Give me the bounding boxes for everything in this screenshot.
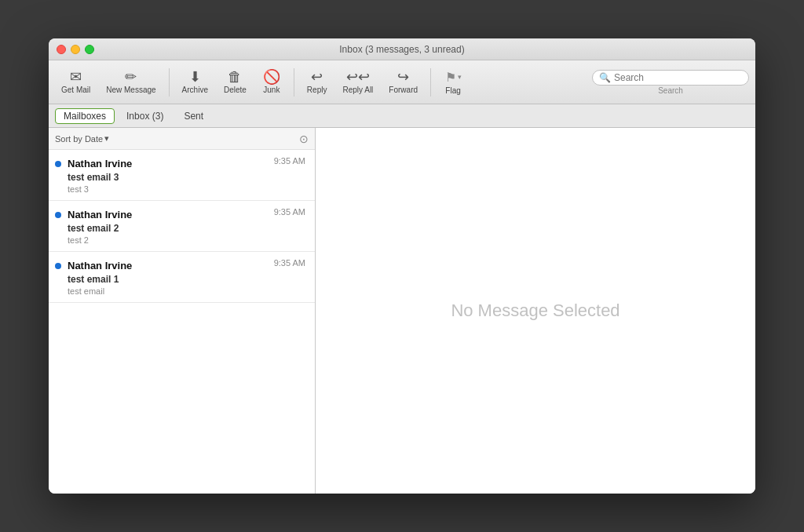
message-time: 9:35 AM bbox=[274, 156, 305, 166]
archive-button[interactable]: ⬇ Archive bbox=[176, 67, 214, 97]
message-header: Nathan Irvine 9:35 AM bbox=[68, 207, 305, 221]
forward-icon: ↪ bbox=[397, 70, 409, 84]
message-time: 9:35 AM bbox=[274, 258, 305, 268]
sort-chevron-icon: ▾ bbox=[104, 133, 109, 144]
tab-inbox[interactable]: Inbox (3) bbox=[118, 108, 172, 124]
message-preview: test email bbox=[68, 286, 305, 296]
delete-button[interactable]: 🗑 Delete bbox=[217, 67, 253, 97]
toolbar-divider-1 bbox=[169, 68, 170, 97]
list-item[interactable]: Nathan Irvine 9:35 AM test email 2 test … bbox=[49, 201, 315, 252]
tab-sent-label: Sent bbox=[184, 111, 203, 122]
search-box: 🔍 bbox=[592, 70, 749, 86]
reply-icon: ↩ bbox=[311, 70, 323, 84]
close-button[interactable] bbox=[57, 45, 66, 54]
reply-all-icon: ↩↩ bbox=[346, 70, 370, 84]
flag-button[interactable]: ⚑ ▾ Flag bbox=[437, 67, 469, 98]
new-message-icon: ✏ bbox=[125, 70, 137, 84]
toolbar-divider-2 bbox=[294, 68, 294, 97]
flag-label: Flag bbox=[445, 86, 460, 95]
no-message-label: No Message Selected bbox=[451, 301, 619, 321]
archive-icon: ⬇ bbox=[189, 70, 201, 84]
get-mail-button[interactable]: ✉ Get Mail bbox=[55, 67, 97, 97]
message-time: 9:35 AM bbox=[274, 207, 305, 217]
flag-group: ⚑ ▾ Flag bbox=[437, 67, 469, 98]
traffic-lights bbox=[57, 45, 94, 54]
new-message-label: New Message bbox=[106, 86, 155, 94]
message-sender: Nathan Irvine bbox=[68, 158, 132, 169]
window-title: Inbox (3 messages, 3 unread) bbox=[339, 44, 464, 55]
message-sender: Nathan Irvine bbox=[68, 260, 132, 271]
tab-inbox-label: Inbox (3) bbox=[126, 111, 163, 122]
search-label: Search bbox=[658, 86, 683, 95]
reply-label: Reply bbox=[307, 86, 327, 94]
flag-chevron-icon: ▾ bbox=[458, 73, 462, 81]
new-message-button[interactable]: ✏ New Message bbox=[100, 67, 162, 97]
toolbar: ✉ Get Mail ✏ New Message ⬇ Archive 🗑 Del… bbox=[49, 60, 755, 104]
delete-icon: 🗑 bbox=[228, 70, 242, 84]
get-mail-label: Get Mail bbox=[61, 86, 90, 94]
filter-icon[interactable]: ⊙ bbox=[299, 133, 309, 145]
junk-button[interactable]: 🚫 Junk bbox=[256, 67, 287, 97]
sort-label-text: Sort by Date bbox=[55, 134, 103, 144]
sort-button[interactable]: Sort by Date ▾ bbox=[55, 133, 109, 144]
message-subject: test email 2 bbox=[68, 223, 305, 234]
reply-all-button[interactable]: ↩↩ Reply All bbox=[336, 67, 379, 97]
sort-bar: Sort by Date ▾ ⊙ bbox=[49, 128, 315, 150]
tabs-bar: Mailboxes Inbox (3) Sent bbox=[49, 104, 755, 128]
unread-dot bbox=[55, 263, 61, 269]
message-subject: test email 3 bbox=[68, 172, 305, 183]
reply-button[interactable]: ↩ Reply bbox=[301, 67, 334, 97]
search-input[interactable] bbox=[614, 72, 742, 83]
message-preview: test 3 bbox=[68, 184, 305, 194]
archive-label: Archive bbox=[182, 86, 208, 94]
message-list: Sort by Date ▾ ⊙ Nathan Irvine 9:35 AM t… bbox=[49, 128, 316, 494]
minimize-button[interactable] bbox=[71, 45, 80, 54]
reply-all-label: Reply All bbox=[342, 86, 373, 94]
list-item[interactable]: Nathan Irvine 9:35 AM test email 3 test … bbox=[49, 150, 315, 201]
flag-icon: ⚑ bbox=[445, 70, 456, 85]
toolbar-divider-3 bbox=[430, 68, 431, 97]
tab-mailboxes-label: Mailboxes bbox=[64, 111, 106, 122]
unread-dot bbox=[55, 212, 61, 218]
junk-icon: 🚫 bbox=[263, 70, 280, 84]
get-mail-icon: ✉ bbox=[70, 70, 82, 84]
delete-label: Delete bbox=[224, 86, 247, 94]
forward-label: Forward bbox=[389, 86, 418, 94]
unread-dot bbox=[55, 161, 61, 167]
message-subject: test email 1 bbox=[68, 274, 305, 285]
search-icon: 🔍 bbox=[599, 72, 611, 83]
message-preview: test 2 bbox=[68, 235, 305, 245]
main-window: Inbox (3 messages, 3 unread) ✉ Get Mail … bbox=[49, 38, 755, 494]
maximize-button[interactable] bbox=[85, 45, 94, 54]
detail-pane: No Message Selected bbox=[316, 128, 755, 494]
message-header: Nathan Irvine 9:35 AM bbox=[68, 258, 305, 272]
title-bar: Inbox (3 messages, 3 unread) bbox=[49, 38, 755, 60]
tab-mailboxes[interactable]: Mailboxes bbox=[55, 108, 115, 124]
forward-button[interactable]: ↪ Forward bbox=[382, 67, 424, 97]
main-content: Sort by Date ▾ ⊙ Nathan Irvine 9:35 AM t… bbox=[49, 128, 755, 494]
message-header: Nathan Irvine 9:35 AM bbox=[68, 156, 305, 170]
tab-sent[interactable]: Sent bbox=[175, 108, 212, 124]
message-sender: Nathan Irvine bbox=[68, 209, 132, 220]
list-item[interactable]: Nathan Irvine 9:35 AM test email 1 test … bbox=[49, 252, 315, 303]
junk-label: Junk bbox=[263, 86, 280, 94]
search-wrapper: 🔍 Search bbox=[592, 70, 749, 95]
